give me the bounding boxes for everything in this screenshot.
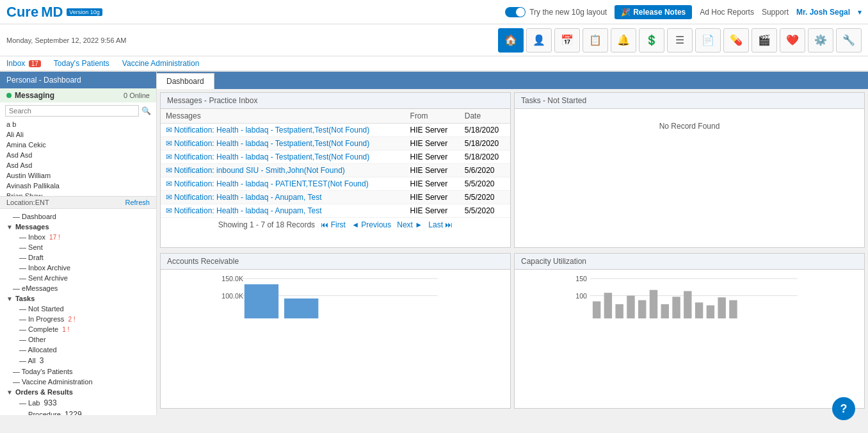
adhoc-reports-link[interactable]: Ad Hoc Reports (700, 8, 754, 17)
svg-rect-22 (729, 300, 737, 318)
version-badge: Version 10g (67, 8, 102, 16)
nav-admin-icon[interactable]: 🔧 (836, 28, 862, 53)
message-from: HIE Server (405, 204, 460, 218)
pagination-next[interactable]: Next ► (397, 220, 422, 229)
sidebar-item-sent[interactable]: — Sent (0, 242, 156, 252)
message-from: HIE Server (405, 191, 460, 204)
nav-vitals-icon[interactable]: ❤️ (780, 28, 805, 53)
pagination-prev[interactable]: ◄ Previous (351, 220, 391, 229)
nav-doc-icon[interactable]: 📄 (695, 28, 721, 53)
svg-rect-5 (284, 298, 318, 318)
nav-list-icon[interactable]: ☰ (667, 28, 693, 53)
sidebar-title: Personal (6, 76, 36, 85)
sidebar-item-lab[interactable]: — Lab 933 (0, 397, 156, 409)
col-messages: Messages (161, 109, 405, 124)
message-from: HIE Server (405, 124, 460, 137)
pagination-first[interactable]: ⏮ First (321, 220, 346, 229)
nav-home-icon[interactable]: 🏠 (498, 28, 524, 53)
message-date: 5/18/2020 (460, 151, 510, 164)
list-item[interactable]: Amina Cekic (0, 140, 156, 150)
location-row: Location:ENT Refresh (0, 196, 156, 209)
list-item[interactable]: a b (0, 119, 156, 129)
list-item[interactable]: Asd Asd (0, 150, 156, 160)
svg-rect-13 (627, 295, 634, 318)
svg-rect-17 (672, 297, 680, 318)
sidebar-item-allocated[interactable]: — Allocated (0, 345, 156, 355)
user-name[interactable]: Mr. Josh Segal (796, 8, 850, 17)
message-link-cell[interactable]: ✉Notification: inbound SIU - Smith,John(… (161, 164, 405, 177)
sidebar-item-procedure[interactable]: — Procedure 1229 (0, 409, 156, 415)
sidebar-item-draft[interactable]: — Draft (0, 252, 156, 263)
nav-settings-icon[interactable]: ⚙️ (808, 28, 833, 53)
datetime-label: Monday, September 12, 2022 9:56 AM (6, 37, 127, 44)
online-count: 0 Online (124, 92, 150, 99)
sidebar-item-all[interactable]: — All 3 (0, 355, 156, 366)
dashboard-area: Dashboard Messages - Practice Inbox M (157, 72, 868, 415)
support-link[interactable]: Support (762, 8, 789, 17)
svg-rect-11 (604, 293, 612, 318)
ar-panel-header: Accounts Receivable (161, 254, 510, 270)
logo-cure: Cure (6, 4, 38, 20)
nav-calendar-icon[interactable]: 📅 (554, 28, 580, 53)
inbox-link[interactable]: Inbox 17 (6, 59, 41, 68)
list-item[interactable]: Ali Ali (0, 129, 156, 140)
capacity-panel: Capacity Utilization 150 100 (514, 253, 865, 409)
sidebar-nav: — Dashboard ▼ Messages — Inbox 17 ! — Se… (0, 209, 156, 415)
sidebar-item-other[interactable]: — Other (0, 334, 156, 345)
pagination-last[interactable]: Last ⏭ (428, 220, 453, 229)
nav-rx-icon[interactable]: 💊 (723, 28, 749, 53)
sidebar-item-dashboard[interactable]: — Dashboard (0, 211, 156, 222)
message-link-cell[interactable]: ✉Notification: Health - labdaq - Anupam,… (161, 204, 405, 218)
contact-search-input[interactable] (5, 105, 139, 117)
list-item[interactable]: Brian Shaw (0, 191, 156, 196)
refresh-link[interactable]: Refresh (125, 199, 150, 206)
sidebar-group-tasks[interactable]: ▼ Tasks (0, 293, 156, 304)
sidebar-group-messages[interactable]: ▼ Messages (0, 222, 156, 232)
sidebar-item-sent-archive[interactable]: — Sent Archive (0, 273, 156, 283)
sidebar-item-inbox-archive[interactable]: — Inbox Archive (0, 263, 156, 273)
sidebar-item-emessages[interactable]: — eMessages (0, 283, 156, 293)
message-link-cell[interactable]: ✉Notification: Health - labdaq - Testpat… (161, 137, 405, 151)
nav-alarm-icon[interactable]: 🔔 (611, 28, 636, 53)
dashboard-content: Messages - Practice Inbox Messages From … (157, 89, 868, 413)
online-indicator (6, 93, 12, 98)
sidebar-group-orders[interactable]: ▼ Orders & Results (0, 387, 156, 397)
search-icon[interactable]: 🔍 (141, 106, 151, 115)
sidebar-subtitle: - Dashboard (39, 76, 81, 85)
sidebar-item-today-patients[interactable]: — Today's Patients (0, 366, 156, 377)
sidebar-item-vaccine[interactable]: — Vaccine Administration (0, 377, 156, 387)
release-notes-button[interactable]: 🎉 Release Notes (615, 5, 692, 19)
sidebar-item-not-started[interactable]: — Not Started (0, 304, 156, 314)
message-link-cell[interactable]: ✉Notification: Health - labdaq - Testpat… (161, 151, 405, 164)
svg-text:100: 100 (575, 292, 587, 300)
table-row: ✉Notification: inbound SIU - Smith,John(… (161, 164, 510, 177)
sidebar-item-inbox[interactable]: — Inbox 17 ! (0, 232, 156, 242)
message-date: 5/5/2020 (460, 191, 510, 204)
message-link-cell[interactable]: ✉Notification: Health - labdaq - PATIENT… (161, 177, 405, 191)
nav-notes-icon[interactable]: 📋 (583, 28, 608, 53)
help-button[interactable]: ? (832, 397, 855, 420)
nav-patient-icon[interactable]: 👤 (526, 28, 552, 53)
svg-rect-4 (245, 284, 278, 318)
sub-nav: Inbox 17 Today's Patients Vaccine Admini… (0, 56, 868, 72)
list-item[interactable]: Avinash Pallikala (0, 181, 156, 191)
capacity-chart: 150 100 (515, 273, 864, 324)
list-item[interactable]: Austin William (0, 170, 156, 181)
message-from: HIE Server (405, 177, 460, 191)
layout-toggle[interactable] (505, 7, 526, 17)
messages-panel-header: Messages - Practice Inbox (161, 93, 510, 109)
inbox-badge: 17 (29, 60, 41, 67)
message-link-cell[interactable]: ✉Notification: Health - labdaq - Testpat… (161, 124, 405, 137)
today-patients-link[interactable]: Today's Patients (54, 59, 109, 68)
message-date: 5/18/2020 (460, 124, 510, 137)
sidebar-item-complete[interactable]: — Complete 1 ! (0, 324, 156, 334)
nav-billing-icon[interactable]: 💲 (639, 28, 664, 53)
svg-text:150: 150 (575, 275, 587, 282)
nav-media-icon[interactable]: 🎬 (751, 28, 777, 53)
sidebar-item-in-progress[interactable]: — In Progress 2 ! (0, 314, 156, 324)
message-link-cell[interactable]: ✉Notification: Health - labdaq - Anupam,… (161, 191, 405, 204)
dashboard-tab[interactable]: Dashboard (157, 73, 214, 89)
user-dropdown-icon[interactable]: ▾ (858, 8, 862, 17)
list-item[interactable]: Asd Asd (0, 160, 156, 170)
vaccine-admin-link[interactable]: Vaccine Administration (122, 59, 200, 68)
